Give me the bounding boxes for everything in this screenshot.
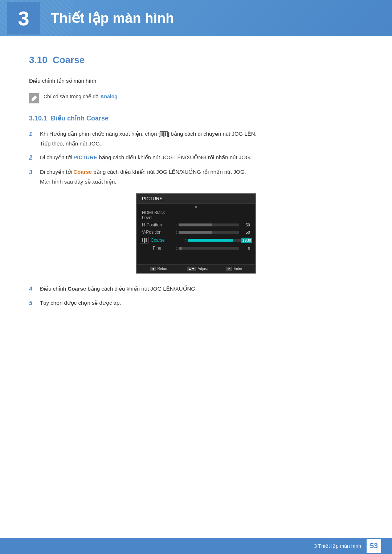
osd-menu-icon bbox=[140, 237, 148, 243]
osd-footer-return: ◄ Return bbox=[150, 267, 168, 271]
chapter-header: 3 Thiết lập màn hình bbox=[0, 0, 392, 36]
step-1-subtext: Tiếp theo, nhấn nút JOG. bbox=[40, 139, 363, 148]
step-2: 2 Di chuyển tới PICTURE bằng cách điều k… bbox=[29, 153, 363, 163]
chapter-number: 3 bbox=[18, 7, 29, 30]
osd-label-hdmi: HDMI Black Level bbox=[142, 210, 175, 220]
step-3-text: Di chuyển tới Coarse bằng cách điều khiể… bbox=[40, 168, 363, 186]
osd-row-vpos: V-Position : 50 bbox=[137, 229, 255, 236]
osd-row-hdmi: HDMI Black Level bbox=[137, 209, 255, 221]
note-text: Chỉ có sẵn trong chế độ Analog. bbox=[44, 93, 119, 100]
steps-list: 1 Khi Hướng dẫn phím chức năng xuất hiện… bbox=[29, 130, 363, 186]
step-4: 4 Điều chỉnh Coarse bằng cách điều khiển… bbox=[29, 284, 363, 294]
osd-footer-enter: ↵ Enter bbox=[226, 267, 242, 271]
osd-label-fine: Fine bbox=[142, 246, 175, 251]
step-1: 1 Khi Hướng dẫn phím chức năng xuất hiện… bbox=[29, 130, 363, 148]
note-box: Chỉ có sẵn trong chế độ Analog. bbox=[29, 93, 363, 103]
osd-row-fine: Fine : 0 bbox=[137, 245, 255, 252]
step-3: 3 Di chuyển tới Coarse bằng cách điều kh… bbox=[29, 168, 363, 186]
footer-page-number: 53 bbox=[367, 539, 381, 553]
chapter-number-box: 3 bbox=[7, 2, 40, 34]
step-4-text: Điều chỉnh Coarse bằng cách điều khiển n… bbox=[40, 284, 363, 293]
step-3-coarse: Coarse bbox=[73, 169, 92, 175]
step-5-number: 5 bbox=[29, 299, 40, 308]
osd-header-label: PICTURE bbox=[137, 194, 255, 204]
step-1-text: Khi Hướng dẫn phím chức năng xuất hiện, … bbox=[40, 130, 363, 148]
osd-value-hpos: 50 bbox=[239, 223, 250, 227]
step-4-number: 4 bbox=[29, 284, 40, 294]
osd-arrow-up: ▲ bbox=[137, 204, 255, 209]
note-icon bbox=[29, 93, 39, 103]
step-2-picture: PICTURE bbox=[73, 154, 97, 160]
osd-bar-fine bbox=[179, 247, 239, 250]
osd-container: PICTURE ▲ HDMI Black Level H-Position : … bbox=[29, 193, 363, 274]
main-content: 3.10 Coarse Điều chỉnh tần số màn hình. … bbox=[0, 36, 392, 344]
step-5: 5 Tùy chọn được chọn sẽ được áp. bbox=[29, 299, 363, 308]
osd-value-vpos: 50 bbox=[239, 230, 250, 234]
footer-chapter-text: 3 Thiết lập màn hình bbox=[314, 543, 361, 549]
osd-bar-hpos bbox=[179, 223, 239, 226]
osd-row-coarse: Coarse : 1938 bbox=[137, 236, 255, 245]
step-3-number: 3 bbox=[29, 168, 40, 177]
osd-footer: ◄ Return ▲▼ Adjust ↵ Enter bbox=[137, 264, 255, 273]
osd-value-coarse: 1938 bbox=[241, 238, 252, 243]
subsection-title: 3.10.1 Điều chỉnh Coarse bbox=[29, 114, 363, 122]
step-5-text: Tùy chọn được chọn sẽ được áp. bbox=[40, 299, 363, 307]
steps-list-2: 4 Điều chỉnh Coarse bằng cách điều khiển… bbox=[29, 284, 363, 308]
osd-screen: PICTURE ▲ HDMI Black Level H-Position : … bbox=[136, 193, 256, 274]
pencil-icon bbox=[30, 95, 38, 102]
osd-label-hpos: H-Position bbox=[142, 222, 175, 227]
osd-value-fine: 0 bbox=[239, 246, 250, 250]
chapter-title: Thiết lập màn hình bbox=[51, 10, 174, 26]
osd-label-vpos: V-Position bbox=[142, 230, 175, 235]
osd-row-hpos: H-Position : 50 bbox=[137, 221, 255, 229]
section-title: 3.10 Coarse bbox=[29, 54, 363, 66]
osd-bar-vpos bbox=[179, 231, 239, 234]
step-4-coarse: Coarse bbox=[68, 286, 86, 292]
osd-footer-adjust: ▲▼ Adjust bbox=[187, 267, 208, 271]
step-3-subtext: Màn hình sau đây sẽ xuất hiện. bbox=[40, 177, 363, 186]
page-footer: 3 Thiết lập màn hình 53 bbox=[0, 538, 392, 554]
step-2-text: Di chuyển tới PICTURE bằng cách điều khi… bbox=[40, 153, 363, 162]
osd-label-coarse: Coarse bbox=[151, 238, 183, 243]
step-1-number: 1 bbox=[29, 130, 40, 139]
step-2-number: 2 bbox=[29, 153, 40, 163]
intro-text: Điều chỉnh tần số màn hình. bbox=[29, 77, 363, 85]
osd-bar-coarse bbox=[188, 239, 241, 242]
menu-icon-inline bbox=[160, 131, 168, 137]
